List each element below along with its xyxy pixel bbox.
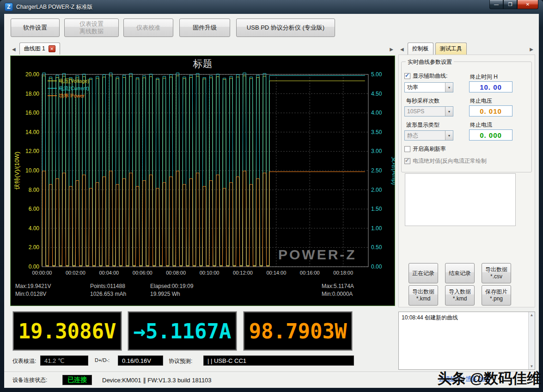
chart-tab-bar: ◀ 曲线图 1 ✕ ▶	[10, 42, 395, 55]
stop-record-button[interactable]: 结束记录	[445, 263, 475, 283]
button-label: 结束记录	[449, 270, 471, 277]
end-current-input[interactable]: 0. 000	[469, 129, 512, 141]
chart-title: 标题	[11, 56, 395, 68]
window-controls: — ❐ ✕	[489, 0, 538, 9]
end-current-label: 终止电流	[470, 121, 492, 129]
svg-text:4.50: 4.50	[371, 91, 382, 97]
svg-text:伏特(V)/(10W): 伏特(V)/(10W)	[13, 152, 20, 190]
import-kmd-button[interactable]: 导入数据 *.kmd	[445, 285, 475, 306]
tab-control-panel[interactable]: 控制板	[408, 43, 433, 55]
high-refresh-label: 开启高刷新率	[413, 145, 446, 153]
checkbox-icon	[404, 73, 410, 79]
wave-type-select[interactable]: 静态 ▼	[404, 130, 453, 141]
firmware-version: FW:V1.3.3 build 181103	[147, 377, 211, 384]
sps-select-value: 10SPS	[405, 108, 445, 115]
button-label: *.kmd	[453, 295, 467, 302]
tab-label: 测试工具	[440, 45, 462, 53]
tab-close-icon[interactable]: ✕	[49, 45, 55, 52]
svg-text:功率 Power: 功率 Power	[59, 93, 85, 98]
abs-current-checkbox[interactable]: 电流绝对值(反向电流正常绘制	[404, 157, 487, 165]
tab-test-tools[interactable]: 测试工具	[435, 43, 467, 55]
meter-settings-button[interactable]: 仪表设置 离线数据	[64, 18, 119, 37]
svg-text:4.00: 4.00	[29, 225, 40, 232]
panel-tab-scroll-right-icon[interactable]: ▶	[528, 47, 535, 55]
scroll-up-icon[interactable]: ▲	[530, 313, 534, 317]
svg-text:电压(Voltage): 电压(Voltage)	[59, 78, 89, 84]
end-time-label: 终止时间 H	[470, 73, 498, 81]
svg-text:00:00:00: 00:00:00	[32, 270, 52, 276]
app-window: Z ChargerLAB POWER-Z 标准版 — ❐ ✕ 软件设置 仪表设置…	[0, 0, 543, 392]
stat-mah: 1026.653 mAh	[90, 290, 150, 298]
aux-curve-select-value: 功率	[405, 84, 445, 92]
empty-listbox	[405, 173, 516, 226]
button-label: 导出数据	[412, 288, 434, 295]
end-time-input[interactable]: 10. 00	[469, 81, 512, 92]
aux-curve-checkbox[interactable]: 显示辅助曲线:	[404, 72, 447, 80]
svg-text:14.00: 14.00	[25, 129, 39, 135]
svg-text:安培(Amp): 安培(Amp)	[391, 156, 395, 184]
chart-svg[interactable]: 20.005.0018.004.5016.004.0014.003.5012.0…	[11, 68, 395, 280]
recording-button[interactable]: 正在记录	[409, 263, 438, 283]
status-row: 仪表核温: 41.2 ℃ D+/D-: 0.16/0.16V 协议预测: | |…	[4, 355, 400, 366]
panel-tab-scroll-left-icon[interactable]: ◀	[398, 47, 406, 55]
connection-status-badge: 已连接	[62, 375, 92, 385]
svg-text:16.00: 16.00	[25, 110, 39, 116]
tab-curve-1[interactable]: 曲线图 1 ✕	[19, 43, 60, 55]
high-refresh-checkbox[interactable]: 开启高刷新率	[404, 145, 446, 153]
tab-scroll-left-icon[interactable]: ◀	[10, 47, 18, 55]
export-csv-button[interactable]: 导出数据 *.csv	[482, 263, 511, 283]
panel-tab-bar: ◀ 控制板 测试工具 ▶	[398, 42, 535, 55]
divider: ∥	[143, 377, 146, 384]
checkbox-icon	[404, 146, 410, 152]
svg-text:10.00: 10.00	[25, 167, 39, 174]
button-label: 固件升级	[193, 24, 217, 31]
client-area: 软件设置 仪表设置 离线数据 仪表校准 固件升级 USB PD 协议分析仪 (专…	[4, 14, 539, 388]
aux-curve-select[interactable]: 功率 ▼	[404, 82, 453, 92]
svg-text:00:02:00: 00:02:00	[66, 270, 85, 276]
svg-text:1.00: 1.00	[371, 225, 382, 232]
end-voltage-input[interactable]: 0. 010	[469, 105, 512, 116]
maximize-button[interactable]: ❐	[503, 0, 517, 9]
minimize-button[interactable]: —	[489, 0, 503, 9]
chevron-down-icon: ▼	[445, 107, 453, 116]
curve-params-group: 实时曲线参数设置 显示辅助曲线: 终止时间 H 功率 ▼ 10. 00 每秒采样…	[401, 61, 532, 172]
stat-elapsed: Elapsed:00:19:09	[150, 282, 322, 290]
stat-voltage-min: Min:0.0128V	[15, 290, 90, 298]
meter-calibration-button[interactable]: 仪表校准	[123, 18, 173, 37]
button-label: 正在记录	[412, 270, 434, 277]
stat-current-min: Min:0.0000A	[322, 290, 390, 298]
scroll-down-icon[interactable]: ▼	[530, 364, 534, 368]
core-temp-label: 仪表核温:	[12, 357, 36, 365]
tab-scroll-right-icon[interactable]: ▶	[388, 47, 395, 55]
core-temp-value: 41.2 ℃	[40, 355, 88, 366]
button-label: 离线数据	[79, 28, 104, 35]
control-panel: 实时曲线参数设置 显示辅助曲线: 终止时间 H 功率 ▼ 10. 00 每秒采样…	[398, 55, 535, 307]
svg-text:12.00: 12.00	[25, 148, 39, 154]
svg-text:4.00: 4.00	[371, 110, 382, 116]
stat-points: Points:011488	[90, 282, 150, 290]
button-label: 仪表设置	[79, 20, 104, 28]
stat-voltage-max: Max:19.9421V	[15, 282, 90, 290]
device-name: Device:KM001	[102, 377, 141, 384]
app-logo-icon: Z	[5, 3, 13, 11]
curve-params-group-title: 实时曲线参数设置	[406, 58, 454, 66]
connection-label: 设备连接状态:	[12, 376, 47, 384]
dpdm-label: D+/D-:	[95, 357, 110, 363]
svg-text:0.00: 0.00	[371, 263, 382, 270]
device-info: Device:KM001 ∥ FW:V1.3.3 build 181103	[102, 377, 212, 384]
svg-text:00:08:00: 00:08:00	[166, 270, 186, 276]
close-button[interactable]: ✕	[517, 0, 538, 9]
svg-text:0.00: 0.00	[29, 263, 40, 270]
panel-buttons: 正在记录 结束记录 导出数据 *.csv 导出数据 *.kmd 导入数据	[409, 263, 511, 306]
software-settings-button[interactable]: 软件设置	[11, 18, 60, 37]
log-scrollbar[interactable]: ▲ ▼	[528, 312, 535, 369]
pd-analyzer-button[interactable]: USB PD 协议分析仪 (专业版)	[236, 18, 335, 37]
sps-select[interactable]: 10SPS ▼	[404, 106, 453, 116]
stat-current-max: Max:5.1174A	[322, 282, 390, 290]
save-image-button[interactable]: 保存图片 *.png	[482, 285, 511, 306]
export-kmd-button[interactable]: 导出数据 *.kmd	[409, 285, 438, 306]
svg-text:00:14:00: 00:14:00	[266, 270, 286, 276]
svg-text:00:12:00: 00:12:00	[233, 270, 253, 276]
svg-text:6.00: 6.00	[29, 206, 40, 212]
firmware-upgrade-button[interactable]: 固件升级	[179, 18, 230, 37]
